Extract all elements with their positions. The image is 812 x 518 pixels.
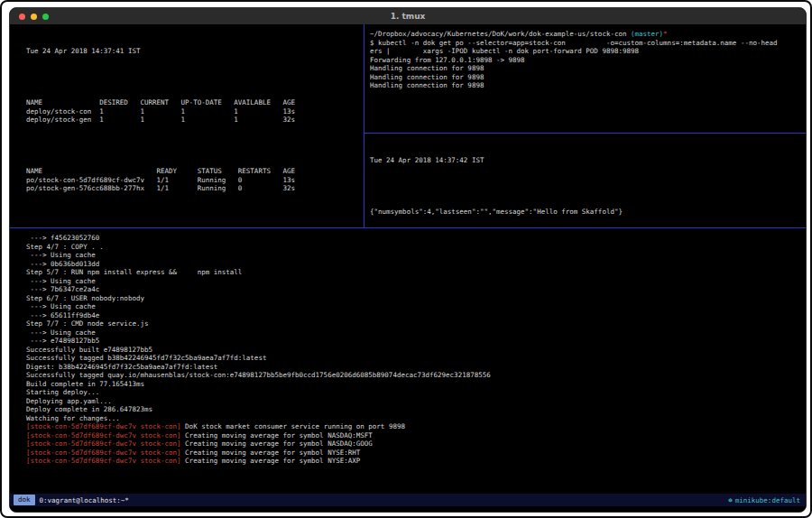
terminal-line: ~/Dropbox/advocacy/Kubernetes/DoK/work/d… <box>370 30 804 39</box>
terminal-text-segment: Creating moving average for symbol NASDA… <box>181 431 373 439</box>
kube-context-label: minikube:default <box>735 496 800 504</box>
terminal-line: ---> f45623052760 <box>26 234 802 243</box>
terminal-line: NAME READY STATUS RESTARTS AGE <box>26 167 358 176</box>
window-title: 1. tmux <box>391 12 426 21</box>
terminal-line: Step 7/7 : CMD node service.js <box>26 319 802 328</box>
terminal-line: [stock-con-5d7df689cf-dwc7v stock-con] C… <box>26 449 802 458</box>
terminal-line: ---> Using cache <box>26 328 802 338</box>
close-button[interactable] <box>19 14 25 20</box>
blank-line <box>26 210 358 219</box>
terminal-line: Step 6/7 : USER nobody:nobody <box>26 294 802 303</box>
terminal-line: deploy/stock-con 1 1 1 1 13s <box>26 107 358 116</box>
terminal-line: deploy/stock-gen 1 1 1 1 32s <box>26 116 358 125</box>
terminal-line: [stock-con-5d7df689cf-dwc7v stock-con] D… <box>26 422 802 431</box>
service-response-pane[interactable]: Tue 24 Apr 2018 14:37:42 IST {"numsymbol… <box>364 134 807 227</box>
kubectl-watch-pane[interactable]: Tue 24 Apr 2018 14:37:41 IST NAME DESIRE… <box>10 24 364 227</box>
terminal-line: Successfully tagged quay.io/mhausenblas/… <box>26 371 802 380</box>
terminal-line: [stock-con-5d7df689cf-dwc7v stock-con] C… <box>26 431 802 440</box>
tmux-status-bar: dok 0:vagrant@localhost:~* ☸ minikube:de… <box>10 494 807 506</box>
terminal-line: Forwarding from 127.0.0.1:9898 -> 9898 <box>370 56 804 65</box>
terminal-line: Successfully built e74898127bb5 <box>26 346 802 355</box>
terminal-text-segment: Creating moving average for symbol NYSE:… <box>181 449 361 457</box>
window-indicator-tab[interactable]: 0:vagrant@localhost:~* <box>40 496 129 504</box>
terminal-window: 1. tmux Tue 24 Apr 2018 14:37:41 IST NAM… <box>9 7 807 513</box>
terminal-line: ---> Using cache <box>26 251 802 260</box>
terminal-text-segment: [stock-con-5d7df689cf-dwc7v stock-con] <box>26 422 181 430</box>
terminal-line: [stock-con-5d7df689cf-dwc7v stock-con] C… <box>26 439 802 449</box>
terminal-line: ---> Using cache <box>26 302 802 311</box>
terminal-text-segment: DoK stock market consumer service runnin… <box>181 422 405 430</box>
terminal-line: Step 4/7 : COPY . . <box>26 243 802 252</box>
terminal-text-segment: [stock-con-5d7df689cf-dwc7v stock-con] <box>26 431 181 439</box>
terminal-text-segment: ~/Dropbox/advocacy/Kubernetes/DoK/work/d… <box>370 30 631 38</box>
terminal-line: Build complete in 77.165413ms <box>26 380 802 389</box>
minimize-button[interactable] <box>31 14 37 20</box>
kubernetes-helm-icon: ☸ <box>728 496 733 504</box>
terminal-line: ---> 65611ff9db4e <box>26 311 802 320</box>
terminal-line: Digest: b38b42246945fd7f32c5ba9aea7af7fd… <box>26 363 802 372</box>
terminal-line: ---> 0b636bd013dd <box>26 260 802 269</box>
terminal-text-segment: [stock-con-5d7df689cf-dwc7v stock-con] <box>26 449 181 457</box>
window-controls <box>19 14 49 20</box>
terminal-line: Handling connection for 9898 <box>370 64 804 73</box>
terminal-line: po/stock-con-5d7df689cf-dwc7v 1/1 Runnin… <box>26 176 358 185</box>
terminal-line: Deploy complete in 286.647823ms <box>26 405 802 414</box>
terminal-text-segment: Creating moving average for symbol NASDA… <box>181 439 373 448</box>
pods-table: NAME READY STATUS RESTARTS AGEpo/stock-c… <box>26 167 358 193</box>
blank-line <box>370 182 804 191</box>
terminal-text-segment: (master) <box>631 30 663 38</box>
deployments-table: NAME DESIRED CURRENT UP-TO-DATE AVAILABL… <box>26 98 358 125</box>
json-response: {"numsymbols":4,"lastseen":"","message":… <box>370 208 804 217</box>
terminal-text-segment: [stock-con-5d7df689cf-dwc7v stock-con] <box>26 457 181 465</box>
terminal-line: Watching for changes... <box>26 414 802 423</box>
terminal-line: Handling connection for 9898 <box>370 73 804 82</box>
terminal-line: ---> Using cache <box>26 277 802 286</box>
terminal-line: ---> e74898127bb5 <box>26 337 802 346</box>
terminal-line: ---> 7b6347ce2a4c <box>26 285 802 294</box>
terminal-line: po/stock-gen-576cc688bb-277hx 1/1 Runnin… <box>26 184 358 193</box>
zoom-button[interactable] <box>42 14 49 20</box>
window-titlebar[interactable]: 1. tmux <box>10 8 806 24</box>
terminal-line: Deploying app.yaml... <box>26 397 802 406</box>
skaffold-build-log-pane[interactable]: ---> f45623052760Step 4/7 : COPY . . ---… <box>10 228 807 494</box>
terminal-line: Handling connection for 9898 <box>370 81 804 90</box>
status-right: ☸ minikube:default <box>728 496 804 504</box>
terminal-text-segment: [stock-con-5d7df689cf-dwc7v stock-con] <box>26 439 181 448</box>
session-name-badge: dok <box>14 495 35 505</box>
screenshot-frame: 1. tmux Tue 24 Apr 2018 14:37:41 IST NAM… <box>0 0 812 518</box>
tmux-session: Tue 24 Apr 2018 14:37:41 IST NAME DESIRE… <box>10 24 807 513</box>
terminal-line: $ kubectl -n dok get po --selector=app=s… <box>370 39 804 48</box>
terminal-line: [stock-con-5d7df689cf-dwc7v stock-con] C… <box>26 457 802 466</box>
terminal-line: Step 5/7 : RUN npm install express && np… <box>26 268 802 277</box>
timestamp: Tue 24 Apr 2018 14:37:41 IST <box>26 47 358 56</box>
terminal-line: Starting deploy... <box>26 388 802 397</box>
blank-line <box>26 142 358 151</box>
terminal-text-segment: * <box>663 30 668 38</box>
terminal-line: NAME DESIRED CURRENT UP-TO-DATE AVAILABL… <box>26 98 358 107</box>
blank-line <box>26 73 358 82</box>
terminal-line: Successfully tagged b38b42246945fd7f32c5… <box>26 354 802 363</box>
timestamp: Tue 24 Apr 2018 14:37:42 IST <box>370 156 804 165</box>
terminal-line: ers | xargs -IPOD kubectl -n dok port-fo… <box>370 47 804 56</box>
shell-command-pane[interactable]: ~/Dropbox/advocacy/Kubernetes/DoK/work/d… <box>364 24 807 133</box>
terminal-text-segment: Creating moving average for symbol NYSE:… <box>181 457 361 465</box>
